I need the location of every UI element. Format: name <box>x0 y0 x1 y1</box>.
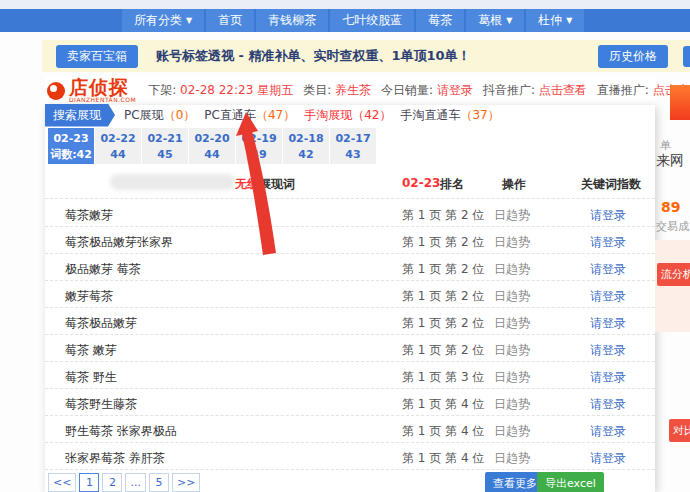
view-more-button[interactable]: 查看更多 <box>485 472 545 492</box>
rank-cell: 第 1 页 第 4 位 <box>402 423 484 440</box>
offshelf-label: 下架: <box>148 83 176 97</box>
nav-item-duzhong[interactable]: 杜仲 ▼ <box>526 9 584 32</box>
pagination: << 1 2 ... 5 >> <box>48 473 200 492</box>
nav-item-qingqianliu-tea[interactable]: 青钱柳茶 <box>256 9 328 32</box>
export-excel-button[interactable]: 导出excel <box>537 472 604 492</box>
chevron-down-icon: ▼ <box>566 16 572 25</box>
trend-link[interactable]: 日趋势 <box>494 261 530 278</box>
date-label: 02-17 <box>330 131 376 147</box>
trend-link[interactable]: 日趋势 <box>494 234 530 251</box>
rank-cell: 第 1 页 第 3 位 <box>402 369 484 386</box>
trend-link[interactable]: 日趋势 <box>494 315 530 332</box>
nav-item-qiye-jiaogulan[interactable]: 七叶绞股蓝 <box>330 9 414 32</box>
login-link[interactable]: 请登录 <box>590 315 626 332</box>
table-row: 极品嫩芽 莓茶 第 1 页 第 2 位 日趋势 请登录 <box>45 254 655 281</box>
login-link[interactable]: 请登录 <box>590 207 626 224</box>
trend-link[interactable]: 日趋势 <box>494 450 530 467</box>
tab-label: PC展现 <box>124 108 164 122</box>
sales-login-link[interactable]: 请登录 <box>437 83 473 97</box>
pagination-next[interactable]: >> <box>172 473 200 492</box>
table-row: 莓茶极品嫩芽 第 1 页 第 2 位 日趋势 请登录 <box>45 308 655 335</box>
date-tab-02-22[interactable]: 02-22 44 <box>95 128 141 164</box>
rank-cell: 第 1 页 第 2 位 <box>402 342 484 359</box>
word-count: 45 <box>142 147 188 163</box>
side-panel-fragment <box>655 240 690 332</box>
seller-treasure-button[interactable]: 卖家百宝箱 <box>56 45 138 68</box>
category-value[interactable]: 养生茶 <box>335 83 371 97</box>
login-link[interactable]: 请登录 <box>590 342 626 359</box>
pagination-ellipsis: ... <box>125 473 146 492</box>
tab-mobile-display[interactable]: 手淘展现（42） <box>304 107 391 124</box>
category-info: 类目: 养生茶 <box>303 82 371 99</box>
nav-item-label: 杜仲 <box>538 12 562 29</box>
login-link[interactable]: 请登录 <box>590 288 626 305</box>
keyword-cell: 莓茶极品嫩芽 <box>65 315 137 332</box>
top-strip <box>0 0 690 9</box>
trend-link[interactable]: 日趋势 <box>494 342 530 359</box>
trend-link[interactable]: 日趋势 <box>494 369 530 386</box>
tab-pc-ztc[interactable]: PC直通车（47） <box>204 107 295 124</box>
login-link[interactable]: 请登录 <box>590 423 626 440</box>
login-link[interactable]: 请登录 <box>590 396 626 413</box>
compare-badge[interactable]: 对比 <box>669 419 690 442</box>
pagination-page-1[interactable]: 1 <box>79 473 99 492</box>
tab-search-display[interactable]: 搜索展现 <box>45 104 115 127</box>
date-tab-02-23[interactable]: 02-23 词数:42 <box>48 128 94 164</box>
redacted-text-blur <box>110 174 235 190</box>
login-link[interactable]: 请登录 <box>590 369 626 386</box>
table-row: 野生莓茶 张家界极品 第 1 页 第 4 位 日趋势 请登录 <box>45 416 655 443</box>
offshelf-value: 02-28 22:23 星期五 <box>180 83 293 97</box>
pagination-page-2[interactable]: 2 <box>102 473 122 492</box>
tab-count: （47） <box>256 108 295 122</box>
pagination-page-5[interactable]: 5 <box>149 473 169 492</box>
column-keyword: 无线展现词 <box>235 176 295 193</box>
date-tab-02-20[interactable]: 02-20 44 <box>189 128 235 164</box>
app-window: 所有分类 ▼ 首页 青钱柳茶 七叶绞股蓝 莓茶 葛根 ▼ 杜仲 ▼ 卖家百宝箱 … <box>0 0 690 492</box>
login-link[interactable]: 请登录 <box>590 261 626 278</box>
table-row: 莓茶嫩芽 第 1 页 第 2 位 日趋势 请登录 <box>45 200 655 227</box>
trend-link[interactable]: 日趋势 <box>494 396 530 413</box>
history-price-button[interactable]: 历史价格 <box>598 45 668 68</box>
column-keyword-index: 关键词指数 <box>581 176 641 193</box>
nav-item-home[interactable]: 首页 <box>206 9 254 32</box>
pagination-prev[interactable]: << <box>48 473 76 492</box>
word-count: 43 <box>330 147 376 163</box>
date-tabs: 02-23 词数:42 02-22 44 02-21 45 02-20 44 0… <box>48 128 376 164</box>
date-tab-02-18[interactable]: 02-18 42 <box>283 128 329 164</box>
login-link[interactable]: 请登录 <box>590 450 626 467</box>
douyin-view-link[interactable]: 点击查看 <box>539 83 587 97</box>
trend-link[interactable]: 日趋势 <box>494 288 530 305</box>
nav-item-gegen[interactable]: 葛根 ▼ <box>466 9 524 32</box>
tab-pc-display[interactable]: PC展现（0） <box>124 107 195 124</box>
login-link[interactable]: 请登录 <box>590 234 626 251</box>
logo-domain: DIANZHENTAN.COM <box>69 97 136 103</box>
trend-link[interactable]: 日趋势 <box>494 423 530 440</box>
rank-cell: 第 1 页 第 2 位 <box>402 261 484 278</box>
tab-mobile-ztc[interactable]: 手淘直通车（37） <box>400 107 499 124</box>
date-tab-02-19[interactable]: 02-19 49 <box>236 128 282 164</box>
date-tab-02-17[interactable]: 02-17 43 <box>330 128 376 164</box>
tab-count: （42） <box>352 108 391 122</box>
tab-count: （0） <box>164 108 196 122</box>
word-count: 44 <box>95 147 141 163</box>
trend-link[interactable]: 日趋势 <box>494 207 530 224</box>
text-fragment: 来网 <box>656 152 684 170</box>
data-panel: 搜索展现 PC展现（0） PC直通车（47） 手淘展现（42） 手淘直通车（37… <box>45 105 655 492</box>
price-fragment: 89 <box>661 199 680 215</box>
traffic-analysis-badge[interactable]: 流分析 <box>657 263 690 286</box>
keyword-cell: 嫩芽莓茶 <box>65 288 113 305</box>
live-label: 直播推广: <box>597 83 649 97</box>
nav-item-meicha[interactable]: 莓茶 <box>416 9 464 32</box>
nav-item-all-categories[interactable]: 所有分类 ▼ <box>122 9 204 32</box>
table-row: 张家界莓茶 养肝茶 第 1 页 第 4 位 日趋势 请登录 <box>45 443 655 470</box>
partial-button[interactable] <box>683 46 690 67</box>
rank-cell: 第 1 页 第 2 位 <box>402 234 484 251</box>
keyword-cell: 张家界莓茶 养肝茶 <box>65 450 165 467</box>
text-fragment: 单 <box>660 138 671 153</box>
rank-cell: 第 1 页 第 4 位 <box>402 450 484 467</box>
date-tab-02-21[interactable]: 02-21 45 <box>142 128 188 164</box>
column-keyword-suffix: 展现词 <box>259 177 295 191</box>
date-label: 02-18 <box>283 131 329 147</box>
promo-banner: 卖家百宝箱 账号标签透视 - 精准补单、实时查权重、1单顶10单！ 历史价格 <box>42 40 690 72</box>
sales-label: 今日销量: <box>381 83 433 97</box>
